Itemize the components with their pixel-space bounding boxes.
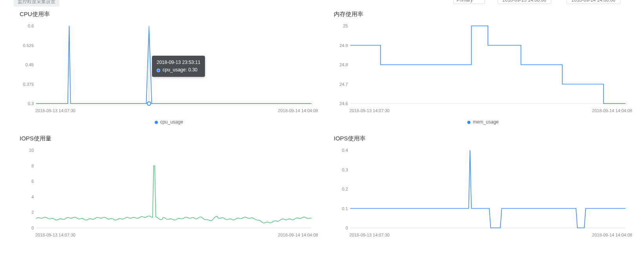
- legend-dot-icon: [467, 121, 470, 124]
- svg-text:24.9: 24.9: [340, 43, 348, 48]
- x-start: 2018-09-13 14:07:30: [35, 108, 75, 113]
- svg-text:25: 25: [343, 24, 348, 28]
- legend[interactable]: mem_usage: [334, 119, 632, 125]
- chart-canvas[interactable]: 00.10.20.30.4: [334, 148, 626, 230]
- node-select[interactable]: Primary: [453, 0, 485, 4]
- x-start: 2018-09-13 14:07:30: [349, 233, 390, 237]
- start-time-input[interactable]: 2018-09-13 14:00:00: [498, 0, 551, 4]
- x-start: 2018-09-13 14:07:30: [349, 108, 390, 113]
- chart-title: 内存使用率: [334, 11, 632, 18]
- svg-text:0.1: 0.1: [342, 206, 348, 211]
- tooltip-dot-icon: [157, 69, 160, 72]
- svg-text:0.3: 0.3: [342, 167, 348, 172]
- chart-title: IOPS使用量: [20, 135, 318, 142]
- chart-title: CPU使用率: [20, 11, 318, 18]
- chart-mem-usage: 内存使用率 24.624.724.824.925 2018-09-13 14:0…: [334, 8, 632, 125]
- x-end: 2018-09-14 14:04:08: [278, 233, 318, 237]
- svg-text:8: 8: [31, 164, 34, 168]
- end-time-input[interactable]: 2018-09-14 14:00:00: [567, 0, 620, 4]
- svg-text:2: 2: [31, 210, 34, 215]
- legend-dot-icon: [155, 121, 158, 124]
- svg-text:6: 6: [31, 179, 34, 184]
- svg-text:0.525: 0.525: [23, 43, 34, 48]
- chart-cpu-usage: CPU使用率 0.30.3750.450.5250.6 2018-09-13 2…: [20, 8, 318, 125]
- legend[interactable]: cpu_usage: [20, 119, 318, 125]
- svg-text:0.2: 0.2: [342, 187, 348, 191]
- svg-text:0.45: 0.45: [26, 62, 34, 67]
- svg-text:24.7: 24.7: [340, 82, 348, 87]
- x-end: 2018-09-14 14:04:08: [592, 108, 632, 113]
- monitor-granularity-button[interactable]: 监控粒度采集设置: [14, 0, 59, 7]
- x-start: 2018-09-13 14:07:30: [35, 233, 75, 237]
- chart-iops-amount: IOPS使用量 0246810 2018-09-13 14:07:302018-…: [20, 133, 318, 237]
- svg-text:24.6: 24.6: [340, 101, 348, 106]
- svg-text:0: 0: [31, 226, 34, 230]
- chart-iops-rate: IOPS使用率 00.10.20.30.4 2018-09-13 14:07:3…: [334, 133, 632, 237]
- svg-point-7: [147, 102, 151, 106]
- chart-title: IOPS使用率: [334, 135, 632, 142]
- svg-text:4: 4: [31, 195, 34, 199]
- svg-text:0.6: 0.6: [28, 24, 34, 28]
- chart-canvas[interactable]: 24.624.724.824.925: [334, 24, 626, 106]
- x-end: 2018-09-14 14:04:08: [278, 108, 318, 113]
- svg-text:0.4: 0.4: [342, 148, 348, 153]
- svg-text:0.3: 0.3: [28, 101, 34, 106]
- chart-tooltip: 2018-09-13 23:53:11 cpu_usage: 0.30: [152, 56, 205, 77]
- chart-canvas[interactable]: 0246810: [20, 148, 312, 230]
- svg-text:10: 10: [29, 148, 34, 153]
- svg-text:0.375: 0.375: [23, 82, 34, 87]
- x-end: 2018-09-14 14:04:08: [592, 233, 632, 237]
- svg-text:0: 0: [346, 226, 348, 230]
- svg-text:24.8: 24.8: [340, 62, 348, 67]
